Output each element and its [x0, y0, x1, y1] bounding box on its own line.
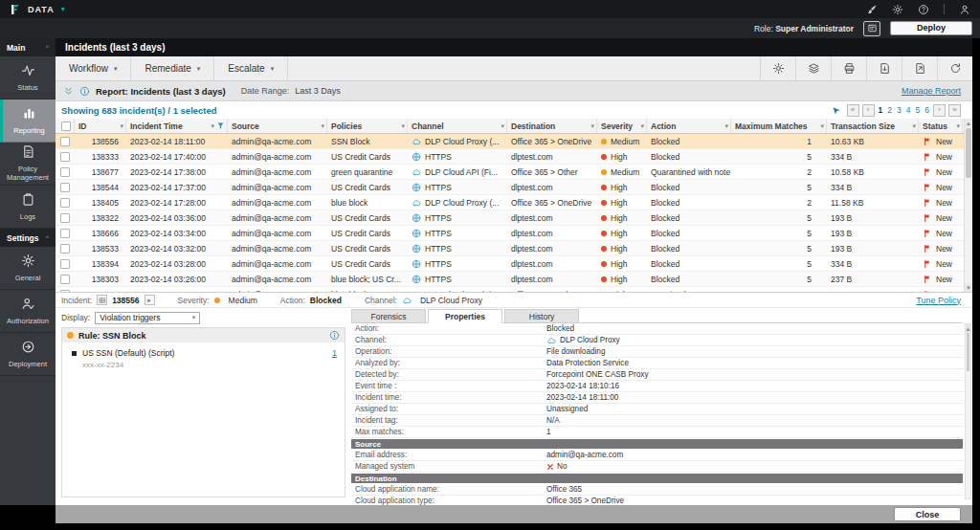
column-menu-icon[interactable]: ▾: [590, 122, 594, 130]
column-menu-icon[interactable]: ▾: [724, 122, 728, 130]
sidebar-item-logs[interactable]: Logs: [0, 186, 56, 229]
incident-row[interactable]: 1385152023-02-14 01:49:00admin@qa-acme.c…: [56, 287, 972, 292]
table-scrollbar[interactable]: ▲ ▼: [964, 119, 972, 292]
first-page-button[interactable]: «: [847, 104, 859, 117]
refresh-icon[interactable]: [937, 56, 972, 80]
toolbar-button-escalate[interactable]: Escalate▾: [214, 56, 288, 80]
export-alt-icon[interactable]: [902, 56, 937, 80]
collapse-report-icon[interactable]: [63, 86, 74, 97]
user-icon[interactable]: [959, 4, 970, 15]
column-header-maximum-matches[interactable]: Maximum Matches▾: [731, 119, 827, 133]
last-page-button[interactable]: »: [948, 104, 961, 117]
page-number-5[interactable]: 5: [915, 105, 922, 115]
incident-list-icon[interactable]: [97, 295, 107, 305]
sidebar-item-authorization[interactable]: Authorization: [0, 290, 56, 333]
incident-row[interactable]: 1383332023-02-14 17:40:00admin@qa-acme.c…: [56, 149, 972, 165]
sidebar-item-status[interactable]: Status: [0, 56, 56, 99]
column-header-status[interactable]: Status▾: [919, 119, 963, 133]
row-checkbox[interactable]: [60, 167, 70, 177]
column-header-incident-time[interactable]: Incident Time▾: [126, 119, 228, 133]
column-menu-icon[interactable]: ▾: [956, 122, 960, 130]
row-checkbox[interactable]: [60, 183, 70, 192]
incident-row[interactable]: 1385332023-02-14 03:32:00admin@qa-acme.c…: [56, 241, 972, 256]
row-checkbox[interactable]: [60, 275, 70, 284]
tab-history[interactable]: History: [504, 309, 579, 323]
tab-forensics[interactable]: Forensics: [351, 309, 426, 323]
incident-row[interactable]: 1384052023-02-14 17:28:00admin@qa-acme.c…: [56, 195, 972, 210]
column-header-source[interactable]: Source▾: [228, 119, 327, 133]
filter-icon[interactable]: [216, 121, 225, 130]
toolbar-button-remediate[interactable]: Remediate▾: [131, 56, 214, 80]
row-checkbox[interactable]: [60, 137, 70, 146]
info-icon[interactable]: [79, 86, 90, 97]
column-header-channel[interactable]: Channel▾: [408, 119, 507, 133]
close-button[interactable]: Close: [894, 507, 961, 521]
export-icon[interactable]: [866, 56, 902, 80]
tune-policy-link[interactable]: Tune Policy: [916, 296, 961, 305]
next-incident-icon[interactable]: ▸: [145, 295, 155, 305]
tab-properties[interactable]: Properties: [428, 309, 502, 323]
incident-row[interactable]: 1383222023-02-14 03:36:00admin@qa-acme.c…: [56, 210, 972, 226]
scroll-down-icon[interactable]: ▼: [965, 283, 972, 292]
column-header-destination[interactable]: Destination▾: [507, 119, 597, 133]
incident-row[interactable]: 1383032023-02-14 03:26:00admin@qa-acme.c…: [56, 272, 972, 287]
incident-row[interactable]: 1385562023-02-14 18:11:00admin@qa-acme.c…: [56, 134, 972, 149]
deployment-status-icon[interactable]: [863, 21, 880, 36]
brush-icon[interactable]: [866, 4, 878, 15]
columns-icon[interactable]: [795, 56, 831, 80]
column-header-transaction-size[interactable]: Transaction Size▾: [827, 119, 919, 133]
sidebar-item-general[interactable]: General: [0, 247, 56, 290]
column-menu-icon[interactable]: ▾: [211, 122, 214, 130]
deploy-button[interactable]: Deploy: [890, 21, 972, 35]
incident-row[interactable]: 1386772023-02-14 17:38:00admin@qa-acme.c…: [56, 165, 972, 180]
trigger-count-link[interactable]: 1: [332, 348, 337, 358]
row-checkbox[interactable]: [60, 213, 70, 223]
display-select[interactable]: Violation triggers ▾: [95, 312, 200, 324]
column-header-policies[interactable]: Policies▾: [327, 119, 408, 133]
row-checkbox[interactable]: [60, 244, 70, 254]
scroll-up-icon[interactable]: ▲: [965, 119, 972, 127]
settings-icon[interactable]: [760, 56, 795, 80]
page-number-2[interactable]: 2: [886, 105, 893, 115]
pagejump-icon[interactable]: [832, 105, 842, 116]
sidebar-section-main[interactable]: Main^: [0, 38, 56, 56]
page-number-6[interactable]: 6: [924, 105, 930, 115]
column-header-severity[interactable]: Severity▾: [597, 119, 647, 133]
column-header-id[interactable]: ID▾: [75, 119, 126, 133]
column-menu-icon[interactable]: ▾: [640, 122, 644, 130]
prev-page-button[interactable]: ‹: [862, 104, 875, 117]
column-menu-icon[interactable]: ▾: [401, 122, 405, 130]
toolbar-button-workflow[interactable]: Workflow▾: [56, 56, 131, 80]
column-menu-icon[interactable]: ▾: [120, 122, 123, 130]
page-number-4[interactable]: 4: [905, 105, 912, 115]
scrollbar-thumb[interactable]: [966, 128, 971, 178]
column-menu-icon[interactable]: ▾: [321, 122, 324, 130]
sidebar-item-reporting[interactable]: Reporting: [0, 99, 56, 143]
row-checkbox[interactable]: [60, 290, 70, 293]
brand[interactable]: DATA ▾: [10, 4, 65, 15]
column-header-action[interactable]: Action▾: [647, 119, 731, 133]
manage-report-link[interactable]: Manage Report: [902, 86, 961, 96]
gear-icon[interactable]: [892, 4, 903, 15]
scroll-up-icon[interactable]: ▲: [966, 324, 970, 333]
row-checkbox[interactable]: [60, 259, 70, 269]
incident-row[interactable]: 1386662023-02-14 03:34:00admin@qa-acme.c…: [56, 226, 972, 241]
incident-row[interactable]: 1383942023-02-14 03:28:00admin@qa-acme.c…: [56, 256, 972, 272]
sidebar-item-policy-management[interactable]: Policy Management: [0, 143, 56, 186]
info-icon[interactable]: [329, 330, 340, 341]
properties-scrollbar[interactable]: ▲: [965, 323, 971, 499]
row-checkbox[interactable]: [60, 152, 70, 162]
column-menu-icon[interactable]: ▾: [501, 122, 504, 130]
print-icon[interactable]: [831, 56, 866, 80]
sidebar-section-settings[interactable]: Settings^: [0, 229, 56, 247]
help-icon[interactable]: [918, 4, 929, 15]
scrollbar-thumb[interactable]: [967, 333, 969, 371]
row-checkbox[interactable]: [60, 229, 70, 238]
column-menu-icon[interactable]: ▾: [820, 122, 824, 130]
next-page-button[interactable]: ›: [933, 104, 946, 117]
select-all-checkbox[interactable]: [61, 121, 71, 131]
row-checkbox[interactable]: [60, 198, 70, 208]
incident-row[interactable]: 1385442023-02-14 17:37:00admin@qa-acme.c…: [56, 180, 972, 195]
page-number-1[interactable]: 1: [878, 105, 884, 115]
page-number-3[interactable]: 3: [896, 105, 902, 115]
